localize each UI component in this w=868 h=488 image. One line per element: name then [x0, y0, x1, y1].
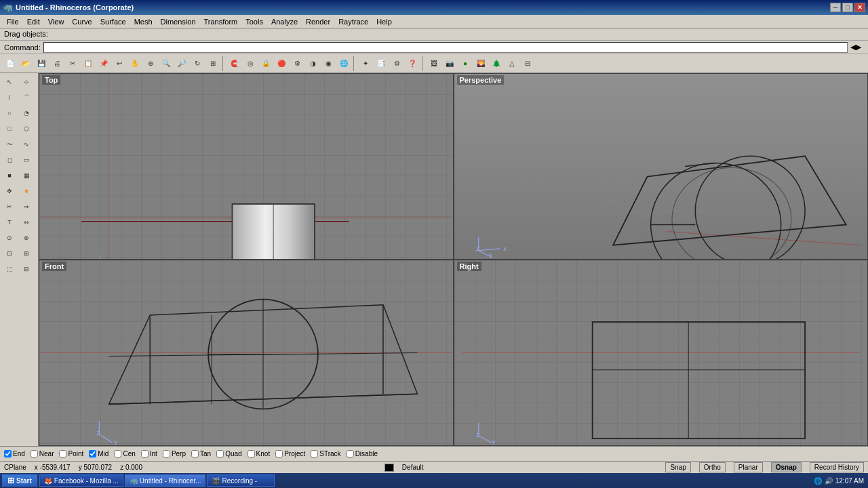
tb-paste[interactable]: 📌: [96, 56, 111, 71]
taskbar-item-firefox[interactable]: 🦊 Facebook - Mozilla ...: [39, 474, 123, 487]
sb-analysis[interactable]: ⊙: [1, 230, 18, 245]
menu-curve[interactable]: Curve: [68, 16, 96, 27]
start-button[interactable]: ⊞ Start: [1, 474, 38, 487]
osnap-strack-checkbox[interactable]: [311, 450, 318, 458]
sb-select[interactable]: ↖: [1, 75, 18, 89]
tb-grid[interactable]: ⊞: [205, 56, 220, 71]
tb-new[interactable]: 📄: [3, 56, 18, 71]
osnap-int-checkbox[interactable]: [141, 450, 149, 458]
menu-render[interactable]: Render: [302, 16, 334, 27]
menu-edit[interactable]: Edit: [23, 16, 44, 27]
tb-cut[interactable]: ✂: [65, 56, 80, 71]
tb-shade[interactable]: ◑: [305, 56, 320, 71]
tb-pan[interactable]: ✋: [127, 56, 142, 71]
tb-open[interactable]: 📂: [18, 56, 33, 71]
history-button[interactable]: Record History: [810, 462, 864, 472]
tb-wire[interactable]: ◉: [321, 56, 336, 71]
osnap-point-checkbox[interactable]: [59, 450, 66, 458]
tb-triangle[interactable]: △: [505, 56, 519, 71]
sb-extra2[interactable]: ⊟: [18, 262, 35, 277]
osnap-end-checkbox[interactable]: [4, 450, 12, 458]
osnap-perp-checkbox[interactable]: [163, 450, 170, 458]
sb-extrude[interactable]: ▭: [18, 152, 35, 167]
tb-extra[interactable]: ⊟: [520, 56, 535, 71]
sb-cage2[interactable]: ⊞: [18, 246, 35, 261]
sb-analysis2[interactable]: ⊛: [18, 230, 35, 245]
minimize-button[interactable]: ─: [830, 3, 841, 12]
sb-move[interactable]: ✥: [1, 184, 18, 199]
tb-render-panel[interactable]: 🖼: [427, 56, 441, 71]
ortho-button[interactable]: Ortho: [699, 462, 726, 472]
sb-cage[interactable]: ⊡: [1, 246, 18, 261]
menu-file[interactable]: File: [3, 16, 23, 27]
taskbar-item-recording[interactable]: 🎬 Recording -: [207, 474, 275, 487]
sb-solid[interactable]: ■: [1, 168, 18, 183]
tb-undo[interactable]: ↩: [112, 56, 127, 71]
sb-curve[interactable]: ⌒: [18, 90, 35, 105]
tb-layer[interactable]: 📑: [374, 56, 389, 71]
sb-freeform[interactable]: 〜: [1, 137, 18, 152]
menu-tools[interactable]: Tools: [241, 16, 267, 27]
sb-line[interactable]: /: [1, 90, 18, 105]
tb-osnap[interactable]: ◎: [243, 56, 258, 71]
osnap-disable-checkbox[interactable]: [347, 450, 354, 458]
viewport-top[interactable]: Top: [39, 73, 454, 260]
tb-rotate[interactable]: ↻: [190, 56, 205, 71]
tb-prop[interactable]: ⚙: [389, 56, 404, 71]
sb-text[interactable]: T: [1, 215, 18, 230]
tb-save[interactable]: 💾: [34, 56, 49, 71]
tb-render1[interactable]: 🔴: [274, 56, 289, 71]
sb-poly[interactable]: ⬡: [18, 121, 35, 136]
tb-zoom-in[interactable]: 🔎: [174, 56, 189, 71]
viewport-front[interactable]: Front Z: [39, 260, 454, 446]
expand-icon[interactable]: ◀▶: [848, 43, 864, 52]
tb-material[interactable]: 🌐: [336, 56, 351, 71]
menu-surface[interactable]: Surface: [96, 16, 130, 27]
osnap-project-checkbox[interactable]: [275, 450, 283, 458]
snap-button[interactable]: Snap: [665, 462, 690, 472]
viewport-perspective[interactable]: Z Y x Perspective: [454, 73, 869, 260]
osnap-cen-checkbox[interactable]: [114, 450, 121, 458]
sb-circle[interactable]: ○: [1, 106, 18, 121]
sb-interp[interactable]: ∿: [18, 137, 35, 152]
sb-trim[interactable]: ✂: [1, 199, 18, 214]
menu-mesh[interactable]: Mesh: [130, 16, 157, 27]
tb-help[interactable]: ❓: [405, 56, 420, 71]
taskbar-item-rhino[interactable]: 🦏 Untitled - Rhinocer...: [125, 474, 206, 487]
sb-solid2[interactable]: ▦: [18, 168, 35, 183]
tb-tree[interactable]: 🌲: [489, 56, 504, 71]
osnap-knot-checkbox[interactable]: [248, 450, 255, 458]
sb-arc[interactable]: ◔: [18, 106, 35, 121]
tb-green[interactable]: ●: [458, 56, 473, 71]
osnap-tan-checkbox[interactable]: [191, 450, 199, 458]
tb-env[interactable]: 🌄: [473, 56, 488, 71]
sb-rect[interactable]: □: [1, 121, 18, 136]
tb-pts[interactable]: ✦: [358, 56, 373, 71]
osnap-mid-checkbox[interactable]: [89, 450, 96, 458]
sb-rotate3d[interactable]: ★: [18, 184, 35, 199]
close-button[interactable]: ✕: [854, 3, 865, 12]
sb-select2[interactable]: ⊹: [18, 75, 35, 89]
maximize-button[interactable]: □: [842, 3, 853, 12]
menu-view[interactable]: View: [44, 16, 68, 27]
sb-surface[interactable]: ◻: [1, 152, 18, 167]
tb-render2[interactable]: ⚙: [290, 56, 304, 71]
tb-copy[interactable]: 📋: [81, 56, 96, 71]
planar-button[interactable]: Planar: [734, 462, 763, 472]
viewport-right[interactable]: Right Z y: [454, 260, 869, 446]
tb-snap[interactable]: 🧲: [227, 56, 242, 71]
menu-help[interactable]: Help: [372, 16, 396, 27]
osnap-near-checkbox[interactable]: [31, 450, 38, 458]
tb-print[interactable]: 🖨: [50, 56, 64, 71]
menu-transform[interactable]: Transform: [200, 16, 242, 27]
tb-zoom-win[interactable]: 🔍: [159, 56, 174, 71]
tb-lock[interactable]: 🔒: [258, 56, 273, 71]
osnap-quad-checkbox[interactable]: [216, 450, 224, 458]
tb-zoom-ext[interactable]: ⊕: [143, 56, 158, 71]
sb-dim[interactable]: ⇔: [18, 215, 35, 230]
menu-dimension[interactable]: Dimension: [157, 16, 200, 27]
menu-analyze[interactable]: Analyze: [267, 16, 302, 27]
menu-raytrace[interactable]: Raytrace: [334, 16, 372, 27]
tb-screenshot[interactable]: 📷: [442, 56, 457, 71]
osnap-button[interactable]: Osnap: [771, 462, 802, 472]
